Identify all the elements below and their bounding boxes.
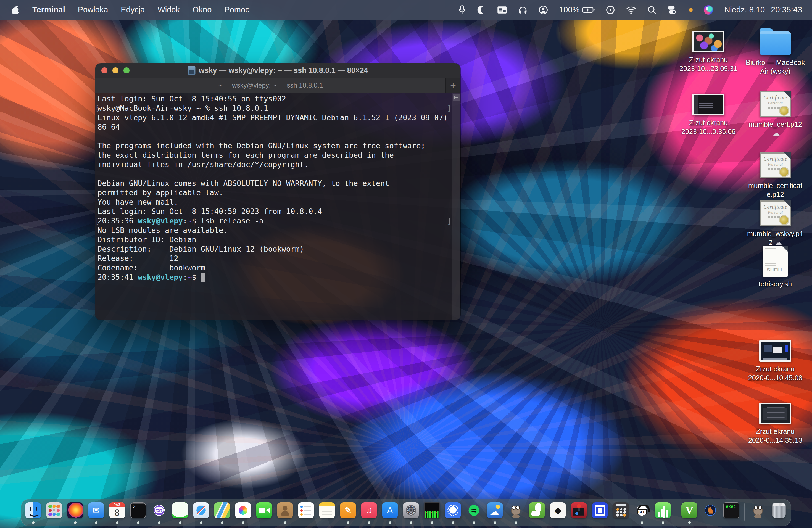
terminal-tab[interactable]: ~ — wsky@vlepy: ~ — ssh 10.8.0.1	[95, 78, 446, 92]
menu-bar-clock[interactable]: Niedz. 8.10 20:35:43	[724, 5, 802, 14]
running-indicator	[95, 522, 98, 524]
dock-item-notes[interactable]	[319, 502, 335, 526]
desktop-icon-screenshot-2020-10-45-08[interactable]: Zrzut ekranu2020-0...10.45.08	[739, 340, 811, 382]
desktop-icon-tetrisery-sh[interactable]: SHELL tetrisery.sh	[739, 246, 811, 288]
now-playing-icon[interactable]	[606, 5, 615, 14]
focus-moon-icon[interactable]	[477, 5, 486, 14]
dock-item-signal[interactable]	[445, 502, 461, 526]
dock-item-mumble[interactable]: BLE	[634, 502, 650, 526]
terminal-segment-path: ~	[187, 273, 192, 281]
menu-item-widok[interactable]: Widok	[157, 5, 180, 14]
dock-item-launchpad[interactable]	[46, 502, 62, 526]
menu-bar: TerminalPowłokaEdycjaWidokOknoPomoc 100%…	[0, 0, 812, 19]
dock-item-gimp[interactable]	[508, 502, 524, 526]
terminal-window[interactable]: wsky — wsky@vlepy: ~ — ssh 10.8.0.1 — 80…	[95, 63, 460, 320]
dock-icon	[508, 502, 524, 518]
terminal-line: []20:35:36 wsky@vlepy:~$ lsb_release -a	[98, 216, 452, 225]
dock-item-maps[interactable]	[214, 502, 230, 526]
proxy-document-icon[interactable]	[188, 66, 195, 75]
close-button[interactable]	[101, 68, 107, 73]
dock-item-exec-script[interactable]: exec	[723, 502, 739, 526]
dock-item-calculator[interactable]	[613, 502, 629, 526]
window-titlebar[interactable]: wsky — wsky@vlepy: ~ — ssh 10.8.0.1 — 80…	[95, 63, 460, 78]
dock-icon	[445, 502, 461, 518]
dock-item-textual[interactable]: txt	[151, 502, 167, 526]
terminal-line: Last login: Sun Oct 8 15:40:59 2023 from…	[98, 207, 452, 216]
terminal-line: Linux vlepy 6.1.0-12-amd64 #1 SMP PREEMP…	[98, 113, 452, 122]
dock-item-weather[interactable]: ☁	[487, 502, 503, 526]
running-indicator	[179, 522, 182, 524]
dock-item-openemu[interactable]	[571, 502, 587, 526]
dock-item-finder[interactable]	[25, 502, 41, 526]
dock-item-music[interactable]: ♫	[361, 502, 377, 526]
new-tab-button[interactable]: +	[446, 78, 460, 92]
desktop-icon-folder-biurko[interactable]: Biurko — MacBookAir (wsky)	[739, 28, 811, 76]
split-pane-button[interactable]	[453, 94, 460, 101]
dock-icon: >_	[130, 502, 146, 518]
headphones-icon[interactable]	[518, 5, 527, 15]
menu-item-terminal[interactable]: Terminal	[32, 5, 65, 14]
menu-item-okno[interactable]: Okno	[192, 5, 212, 14]
menu-item-pomoc[interactable]: Pomoc	[224, 5, 249, 14]
terminal-segment-cursor	[201, 273, 205, 282]
dock-item-terminal[interactable]: >_	[130, 502, 146, 526]
dock-icon: exec	[723, 502, 739, 518]
dock-icon: ♞	[702, 502, 719, 518]
dock-item-chicken-vnc[interactable]	[529, 502, 545, 526]
user-account-icon[interactable]	[539, 5, 548, 15]
zoom-button[interactable]	[124, 68, 130, 73]
desktop-icon-mumble-cert-p12[interactable]: CertificatePersonal mumble_cert.p12☁	[739, 91, 811, 137]
dock-item-contacts[interactable]	[277, 502, 293, 526]
dock-item-activity-meter[interactable]	[424, 502, 440, 526]
menu-item-edycja[interactable]: Edycja	[121, 5, 145, 14]
dock: ✉ PAŹ8 >_ txt ✎ ♫ A ⚙ ≈ ☁ ◆	[21, 499, 791, 526]
dock-item-system-settings[interactable]: ⚙	[403, 502, 419, 526]
dock-item-quassel[interactable]: ♞	[702, 502, 719, 526]
dock-icon	[235, 502, 251, 518]
siri-icon[interactable]	[704, 5, 713, 15]
dock-item-macvim[interactable]: V	[681, 502, 697, 526]
terminal-line: Distributor ID: Debian	[98, 235, 452, 245]
desktop-icon-screenshot-2023-23-09-31[interactable]: Zrzut ekranu2023-10...23.09.31	[672, 31, 744, 73]
dock-item-numbers[interactable]	[655, 502, 671, 526]
desktop-icon-screenshot-2023-0-35-06[interactable]: Zrzut ekranu2023-10...0.35.06	[672, 94, 744, 136]
dock-item-reminders[interactable]	[298, 502, 314, 526]
dock-item-inkscape[interactable]: ◆	[550, 502, 566, 526]
dock-item-messages[interactable]	[172, 502, 188, 526]
desktop-icon-screenshot-2020-14-35-13[interactable]: Zrzut ekranu2020-0...14.35.13	[739, 402, 811, 444]
dock-item-spotify[interactable]: ≈	[466, 502, 482, 526]
desktop-icon-label: mumble_certificate.p12	[748, 181, 802, 199]
terminal-output[interactable]: Last login: Sun Oct 8 15:40:55 on ttys00…	[95, 92, 452, 320]
scrollbar-gutter[interactable]	[452, 92, 460, 320]
spotlight-search-icon[interactable]	[648, 5, 656, 14]
dock-item-trash[interactable]	[771, 502, 787, 526]
keyboard-viewer-icon[interactable]	[497, 6, 507, 14]
desktop-icon-image: CertificatePersonal	[759, 201, 791, 226]
dock-item-facetime[interactable]	[256, 502, 272, 526]
dock-item-app-store[interactable]: A	[382, 502, 398, 526]
microphone-icon[interactable]	[458, 5, 466, 15]
desktop-icon-mumble-wskyy-p12[interactable]: CertificatePersonal mumble_wskyy.p12☁	[739, 201, 811, 247]
wifi-icon[interactable]	[626, 6, 636, 14]
dock-item-safari[interactable]	[193, 502, 209, 526]
menu-bar-status: 100% Niedz. 8.10 20:35:43	[458, 5, 802, 15]
dock-item-gimp-dev[interactable]	[750, 502, 766, 526]
minimize-button[interactable]	[112, 68, 118, 73]
desktop-icon-label: tetrisery.sh	[759, 279, 792, 288]
control-center-icon[interactable]	[667, 6, 678, 14]
dock-item-pages[interactable]: ✎	[340, 502, 356, 526]
dock-item-mail[interactable]: ✉	[88, 502, 104, 526]
desktop-icon-mumble-certificate-p12[interactable]: CertificatePersonal mumble_certificate.p…	[739, 152, 811, 199]
clock-date: Niedz. 8.10	[724, 5, 765, 14]
desktop-icon-image	[692, 31, 724, 53]
dock-icon	[46, 502, 62, 518]
menu-item-powłoka[interactable]: Powłoka	[78, 5, 108, 14]
dock-icon: ✎	[340, 502, 356, 518]
dock-item-karabiner[interactable]	[592, 502, 608, 526]
battery-status[interactable]: 100%	[559, 5, 595, 14]
dock-item-photos[interactable]	[235, 502, 251, 526]
dock-item-calendar[interactable]: PAŹ8	[109, 502, 125, 526]
apple-menu-icon[interactable]	[12, 5, 19, 14]
running-indicator	[158, 522, 160, 524]
dock-item-firefox[interactable]	[67, 502, 83, 526]
